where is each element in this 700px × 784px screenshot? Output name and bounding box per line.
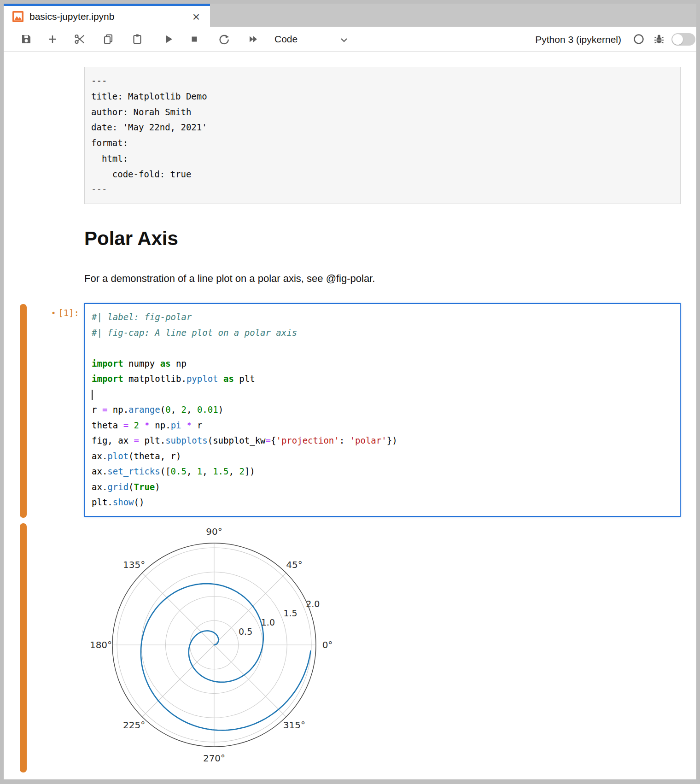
svg-text:90°: 90° (206, 526, 222, 537)
save-icon[interactable] (20, 33, 32, 45)
execution-prompt: •[1]: (28, 308, 79, 318)
markdown-paragraph: For a demonstration of a line plot on a … (84, 273, 375, 285)
kernel-status-icon[interactable] (633, 33, 645, 45)
svg-text:315°: 315° (283, 720, 305, 731)
cut-cells-icon[interactable] (74, 33, 86, 45)
svg-text:45°: 45° (286, 559, 302, 570)
run-icon[interactable] (163, 33, 175, 45)
tab-bar: basics-jupyter.ipynb × (4, 4, 696, 27)
output-cell-collapser[interactable] (20, 523, 27, 772)
simple-mode-toggle[interactable] (671, 33, 695, 46)
svg-text:1.5: 1.5 (283, 608, 297, 618)
interrupt-kernel-icon[interactable] (188, 33, 200, 45)
svg-text:270°: 270° (203, 753, 225, 764)
svg-text:2.0: 2.0 (306, 599, 320, 609)
paste-cells-icon[interactable] (131, 33, 143, 45)
svg-text:180°: 180° (90, 639, 112, 650)
kernel-name[interactable]: Python 3 (ipykernel) (455, 34, 621, 45)
code-editor[interactable]: #| label: fig-polar#| fig-cap: A line pl… (85, 304, 680, 516)
svg-text:135°: 135° (123, 559, 145, 570)
cell-type-dropdown[interactable]: Code (274, 34, 298, 45)
modified-dot: • (51, 309, 56, 318)
notebook-toolbar: Code Python 3 (ipykernel) (4, 27, 696, 52)
copy-cells-icon[interactable] (102, 33, 114, 45)
tab-title: basics-jupyter.ipynb (29, 11, 114, 22)
raw-cell-source[interactable]: --- title: Matplotlib Demo author: Norah… (85, 67, 680, 204)
markdown-heading: Polar Axis (84, 228, 178, 250)
tab-close-icon[interactable]: × (192, 8, 200, 26)
toggle-knob (672, 34, 683, 45)
insert-cell-icon[interactable] (47, 33, 58, 45)
svg-text:225°: 225° (123, 720, 145, 731)
prompt-number: [1]: (58, 308, 79, 318)
notebook-tab[interactable]: basics-jupyter.ipynb × (4, 4, 210, 27)
raw-cell[interactable]: --- title: Matplotlib Demo author: Norah… (84, 67, 681, 204)
svg-text:1.0: 1.0 (261, 617, 275, 627)
notebook-file-icon (12, 11, 24, 23)
svg-text:0°: 0° (322, 639, 333, 650)
restart-kernel-icon[interactable] (218, 33, 230, 45)
cell-type-chevron-icon[interactable] (339, 35, 349, 45)
debugger-bug-icon[interactable] (653, 33, 665, 45)
svg-text:0.5: 0.5 (239, 626, 252, 637)
polar-plot-output: 0°45°90°135°180°225°270°315°0.51.01.52.0 (85, 523, 343, 774)
input-cell-collapser[interactable] (20, 304, 27, 518)
restart-run-all-icon[interactable] (248, 33, 260, 45)
jupyterlab-window: basics-jupyter.ipynb × (0, 0, 700, 784)
code-cell[interactable]: #| label: fig-polar#| fig-cap: A line pl… (84, 303, 681, 517)
